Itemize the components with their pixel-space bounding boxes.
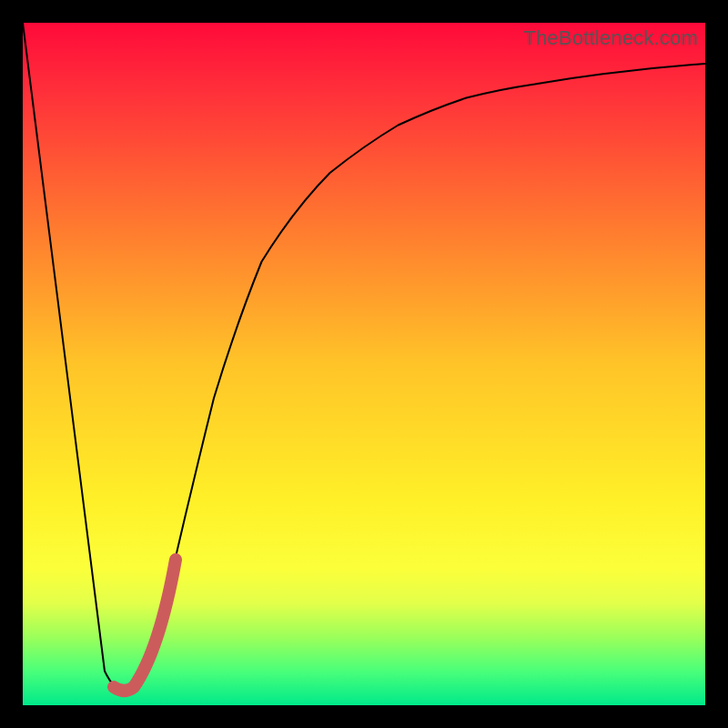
curve-layer — [23, 23, 705, 705]
plot-area: TheBottleneck.com — [23, 23, 705, 705]
bottleneck-curve — [23, 23, 705, 692]
chart-frame: TheBottleneck.com — [0, 0, 728, 728]
highlight-segment — [114, 560, 176, 691]
